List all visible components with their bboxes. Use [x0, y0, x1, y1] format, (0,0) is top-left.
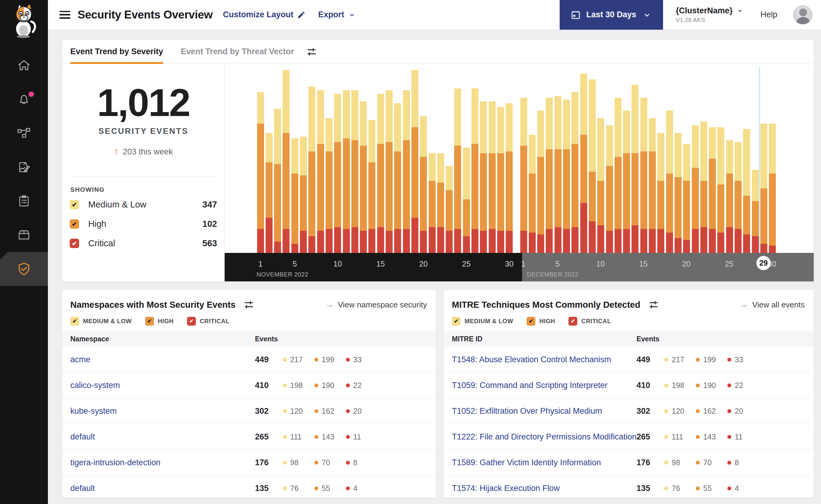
bar-nov-11[interactable]: [343, 90, 350, 253]
bar-dec-4[interactable]: [546, 98, 553, 253]
bar-nov-20[interactable]: [420, 116, 427, 253]
bar-nov-3[interactable]: [274, 109, 281, 253]
bar-nov-29[interactable]: [497, 107, 504, 253]
sidebar-item-image-assurance[interactable]: [0, 218, 48, 252]
sidebar-item-compliance[interactable]: [0, 184, 48, 218]
bar-nov-18[interactable]: [403, 90, 410, 253]
bar-dec-17[interactable]: [657, 133, 664, 253]
bar-dec-26[interactable]: [735, 142, 742, 253]
bar-nov-2[interactable]: [266, 133, 273, 253]
bar-dec-15[interactable]: [640, 98, 647, 253]
row-link[interactable]: T1052: Exfiltration Over Physical Medium: [452, 406, 602, 416]
medium_low-checkbox[interactable]: ✔: [452, 317, 460, 326]
bar-dec-11[interactable]: [606, 125, 613, 253]
filter-chip-medium_low[interactable]: ✔MEDIUM & LOW: [452, 317, 513, 326]
bar-nov-12[interactable]: [351, 90, 358, 253]
bar-dec-28[interactable]: [752, 170, 759, 253]
bar-dec-22[interactable]: [700, 122, 707, 253]
bar-dec-23[interactable]: [709, 127, 716, 253]
bar-dec-1[interactable]: [520, 98, 527, 253]
bar-nov-4[interactable]: [283, 70, 290, 253]
medium_low-checkbox[interactable]: ✔: [70, 317, 79, 326]
bar-dec-5[interactable]: [554, 96, 561, 253]
filter-chip-critical[interactable]: ✔CRITICAL: [568, 317, 611, 326]
bar-nov-7[interactable]: [308, 87, 315, 253]
sidebar-item-threat-defense[interactable]: [0, 252, 48, 286]
bar-nov-9[interactable]: [326, 118, 333, 253]
bar-nov-30[interactable]: [506, 103, 513, 253]
critical-checkbox[interactable]: ✔: [187, 317, 196, 326]
filter-chip-high[interactable]: ✔HIGH: [145, 317, 174, 326]
export-button[interactable]: Export: [318, 10, 357, 19]
row-link[interactable]: T1548: Abuse Elevation Control Mechanism: [452, 355, 611, 364]
bar-nov-6[interactable]: [300, 137, 307, 253]
sidebar-item-home[interactable]: [0, 48, 48, 82]
mitre-filter-button[interactable]: [649, 300, 659, 310]
bar-dec-2[interactable]: [529, 135, 536, 253]
row-link[interactable]: T1059: Command and Scripting Interpreter: [452, 381, 607, 390]
bar-nov-16[interactable]: [386, 90, 393, 253]
bar-dec-27[interactable]: [743, 129, 750, 253]
view-all-events-link[interactable]: → View all events: [740, 300, 805, 310]
row-link[interactable]: T1574: Hijack Execution Flow: [452, 484, 560, 493]
bar-nov-25[interactable]: [463, 148, 470, 253]
row-link[interactable]: T1589: Gather Victim Identity Informatio…: [452, 458, 601, 467]
high-checkbox[interactable]: ✔: [70, 219, 79, 229]
bar-nov-28[interactable]: [489, 101, 496, 253]
bar-dec-25[interactable]: [726, 140, 733, 253]
bar-dec-13[interactable]: [623, 111, 630, 253]
row-link[interactable]: T1222: File and Directory Permissions Mo…: [452, 432, 637, 442]
filter-chip-critical[interactable]: ✔CRITICAL: [187, 317, 230, 326]
date-range-button[interactable]: Last 30 Days: [560, 0, 663, 30]
hamburger-menu-icon[interactable]: [59, 11, 70, 19]
bar-nov-15[interactable]: [377, 94, 384, 253]
bar-nov-27[interactable]: [480, 101, 487, 253]
bar-dec-3[interactable]: [537, 111, 544, 253]
critical-checkbox[interactable]: ✔: [70, 239, 79, 248]
chart-filter-button[interactable]: [307, 47, 317, 57]
bar-dec-9[interactable]: [589, 79, 596, 253]
bar-nov-8[interactable]: [317, 90, 324, 253]
bar-nov-14[interactable]: [368, 120, 375, 253]
bar-dec-7[interactable]: [571, 92, 578, 253]
namespaces-filter-button[interactable]: [244, 300, 254, 310]
row-link[interactable]: calico-system: [70, 381, 120, 390]
bar-dec-21[interactable]: [692, 125, 699, 253]
bar-dec-8[interactable]: [580, 74, 587, 253]
bar-nov-22[interactable]: [437, 153, 444, 253]
bar-dec-6[interactable]: [563, 100, 570, 253]
row-link[interactable]: default: [70, 484, 95, 493]
bar-nov-17[interactable]: [394, 103, 401, 253]
bar-dec-18[interactable]: [666, 111, 673, 253]
cluster-selector[interactable]: {ClusterName} V1.26 AKS: [676, 6, 744, 24]
view-namespace-security-link[interactable]: → View namespace security: [325, 300, 427, 310]
bar-nov-26[interactable]: [471, 88, 478, 253]
bar-dec-19[interactable]: [675, 133, 682, 253]
bar-dec-30[interactable]: [769, 124, 776, 253]
bar-nov-1[interactable]: [257, 92, 264, 253]
critical-checkbox[interactable]: ✔: [568, 317, 577, 326]
customize-layout-button[interactable]: Customize Layout: [223, 10, 306, 19]
bar-dec-12[interactable]: [614, 98, 622, 253]
bar-dec-16[interactable]: [649, 118, 656, 253]
bar-nov-5[interactable]: [291, 138, 298, 253]
bar-nov-21[interactable]: [429, 153, 436, 253]
bar-nov-19[interactable]: [411, 70, 418, 253]
row-link[interactable]: acme: [70, 355, 90, 364]
bar-dec-20[interactable]: [683, 144, 690, 253]
sidebar-item-policies[interactable]: [0, 150, 48, 184]
bar-dec-29[interactable]: [760, 124, 767, 253]
bar-nov-24[interactable]: [454, 88, 461, 253]
calico-cat-logo[interactable]: [0, 0, 48, 39]
selected-day-badge[interactable]: 29: [756, 256, 771, 270]
tab-event-trend-by-threat-vector[interactable]: Event Trend by Threat Vector: [181, 40, 294, 64]
high-checkbox[interactable]: ✔: [145, 317, 154, 326]
bar-dec-14[interactable]: [632, 85, 639, 253]
bar-nov-13[interactable]: [360, 101, 367, 253]
help-link[interactable]: Help: [760, 10, 777, 19]
filter-chip-high[interactable]: ✔HIGH: [527, 317, 555, 326]
filter-chip-medium_low[interactable]: ✔MEDIUM & LOW: [70, 317, 132, 326]
row-link[interactable]: tigera-intrusion-detection: [70, 458, 160, 467]
bar-dec-24[interactable]: [717, 127, 724, 253]
bar-dec-10[interactable]: [597, 118, 604, 253]
